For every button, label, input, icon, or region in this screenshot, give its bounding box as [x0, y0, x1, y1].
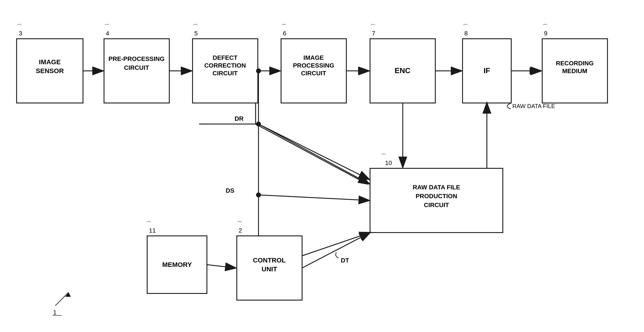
svg-text:CIRCUIT: CIRCUIT — [301, 70, 326, 77]
svg-text:6: 6 — [283, 30, 286, 37]
svg-line-79 — [258, 124, 369, 179]
svg-line-91 — [55, 292, 68, 306]
svg-text:DEFECT: DEFECT — [213, 54, 238, 61]
svg-text:RAW DATA FILE: RAW DATA FILE — [413, 184, 460, 191]
svg-text:SENSOR: SENSOR — [36, 67, 64, 74]
main-svg: IMAGE SENSOR 3 ⌒ PRE-PROCESSING CIRCUIT … — [0, 0, 644, 332]
svg-text:9: 9 — [544, 30, 548, 37]
svg-text:8: 8 — [464, 30, 468, 37]
svg-text:⌒: ⌒ — [542, 24, 548, 30]
svg-text:11: 11 — [149, 227, 156, 234]
svg-rect-48 — [370, 168, 503, 233]
svg-text:⌒: ⌒ — [381, 153, 386, 160]
svg-text:⌒: ⌒ — [104, 24, 110, 30]
svg-text:3: 3 — [19, 30, 22, 37]
svg-text:RAW DATA FILE: RAW DATA FILE — [512, 103, 555, 109]
svg-text:DS: DS — [226, 187, 234, 194]
svg-text:10: 10 — [385, 159, 392, 166]
svg-text:ENC: ENC — [394, 66, 410, 75]
svg-text:⌒: ⌒ — [370, 24, 376, 30]
svg-text:DT: DT — [341, 257, 349, 264]
svg-text:PRE-PROCESSING: PRE-PROCESSING — [108, 55, 165, 62]
svg-text:7: 7 — [372, 30, 375, 37]
svg-text:IMAGE: IMAGE — [39, 58, 61, 66]
svg-line-78 — [258, 195, 369, 200]
svg-text:⌒: ⌒ — [192, 24, 198, 30]
svg-line-83 — [302, 233, 370, 268]
svg-text:⌒: ⌒ — [281, 24, 287, 30]
svg-text:MEMORY: MEMORY — [162, 261, 192, 268]
svg-text:CIRCUIT: CIRCUIT — [124, 64, 149, 71]
svg-line-88 — [302, 233, 370, 256]
svg-text:⌒: ⌒ — [237, 221, 242, 227]
svg-text:IF: IF — [484, 66, 490, 75]
svg-text:IMAGE: IMAGE — [304, 54, 324, 61]
svg-text:⌒: ⌒ — [462, 24, 468, 30]
svg-text:PROCESSING: PROCESSING — [293, 62, 334, 69]
svg-text:CONTROL: CONTROL — [253, 256, 286, 264]
svg-text:4: 4 — [106, 30, 109, 37]
svg-text:UNIT: UNIT — [262, 265, 277, 273]
svg-line-85 — [207, 265, 236, 268]
svg-text:CIRCUIT: CIRCUIT — [212, 70, 238, 77]
svg-text:PRODUCTION: PRODUCTION — [416, 193, 457, 200]
svg-text:⌒: ⌒ — [16, 24, 22, 30]
svg-text:DR: DR — [234, 115, 244, 122]
svg-text:MEDIUM: MEDIUM — [562, 68, 587, 74]
svg-text:2: 2 — [238, 227, 242, 234]
svg-line-74 — [258, 124, 369, 184]
svg-text:CIRCUIT: CIRCUIT — [424, 202, 449, 208]
svg-text:CORRECTION: CORRECTION — [204, 62, 246, 69]
svg-text:1: 1 — [53, 309, 57, 316]
svg-text:5: 5 — [194, 30, 198, 37]
diagram-container: IMAGE SENSOR 3 ⌒ PRE-PROCESSING CIRCUIT … — [0, 0, 644, 332]
svg-text:RECORDING: RECORDING — [556, 60, 594, 67]
svg-text:⌒: ⌒ — [146, 221, 152, 227]
